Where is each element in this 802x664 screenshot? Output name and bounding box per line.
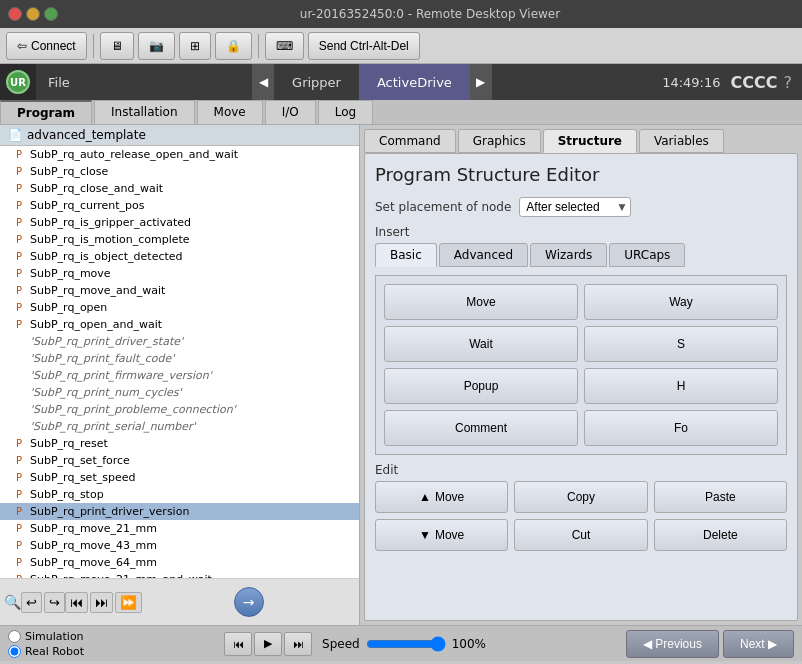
- list-item[interactable]: PSubP_rq_close_and_wait: [0, 180, 359, 197]
- bottom-bar: Simulation Real Robot ⏮ ▶ ⏭ Speed 100% ◀…: [0, 625, 802, 661]
- search-icon[interactable]: 🔍: [4, 594, 21, 610]
- list-item[interactable]: PSubP_rq_open: [0, 299, 359, 316]
- insert-tab-urcaps[interactable]: URCaps: [609, 243, 685, 267]
- help-icon[interactable]: ?: [784, 73, 803, 92]
- list-item[interactable]: PSubP_rq_move_43_mm: [0, 537, 359, 554]
- transport-fwd-btn[interactable]: ⏭: [284, 632, 312, 656]
- tab-graphics[interactable]: Graphics: [458, 129, 541, 153]
- insert-h-btn[interactable]: H: [584, 368, 778, 404]
- insert-way-btn[interactable]: Way: [584, 284, 778, 320]
- insert-tab-basic[interactable]: Basic: [375, 243, 437, 267]
- list-nav-arrow[interactable]: →: [234, 587, 264, 617]
- tab-program[interactable]: Program: [0, 100, 92, 124]
- step-back-btn[interactable]: ⏮: [65, 592, 88, 613]
- speed-label: Speed: [322, 637, 360, 651]
- list-item[interactable]: PSubP_rq_set_force: [0, 452, 359, 469]
- list-item[interactable]: 'SubP_rq_print_firmware_version': [0, 367, 359, 384]
- list-item[interactable]: PSubP_rq_is_object_detected: [0, 248, 359, 265]
- list-item[interactable]: 'SubP_rq_print_fault_code': [0, 350, 359, 367]
- list-item[interactable]: PSubP_rq_reset: [0, 435, 359, 452]
- toolbar-icon-btn-2[interactable]: 📷: [138, 32, 175, 60]
- main-tabs: Program Installation Move I/O Log: [0, 100, 802, 125]
- tab-log[interactable]: Log: [318, 100, 373, 124]
- list-item[interactable]: PSubP_rq_stop: [0, 486, 359, 503]
- list-item[interactable]: PSubP_rq_print_driver_version: [0, 503, 359, 520]
- insert-move-btn[interactable]: Move: [384, 284, 578, 320]
- transport-controls: ⏮ ▶ ⏭: [224, 632, 312, 656]
- node-icon: P: [16, 251, 26, 262]
- list-item[interactable]: PSubP_rq_is_motion_complete: [0, 231, 359, 248]
- fast-fwd-btn[interactable]: ⏩: [115, 592, 142, 613]
- nav-bar: UR File ◀ Gripper ActiveDrive ▶ 14:49:16…: [0, 64, 802, 100]
- list-item[interactable]: PSubP_rq_move_64_mm: [0, 554, 359, 571]
- nav-prev-button[interactable]: ◀: [252, 64, 274, 100]
- toolbar-icon-btn-5[interactable]: ⌨: [265, 32, 304, 60]
- insert-tab-advanced[interactable]: Advanced: [439, 243, 528, 267]
- list-item[interactable]: PSubP_rq_move_21_mm_and_wait: [0, 571, 359, 578]
- tab-io[interactable]: I/O: [265, 100, 316, 124]
- placement-row: Set placement of node Before selected Af…: [375, 197, 787, 217]
- simulation-radio[interactable]: Simulation: [8, 630, 84, 643]
- toolbar-icon-btn-4[interactable]: 🔒: [215, 32, 252, 60]
- speed-value: 100%: [452, 637, 486, 651]
- tab-variables[interactable]: Variables: [639, 129, 724, 153]
- maximize-btn[interactable]: [44, 7, 58, 21]
- list-item[interactable]: 'SubP_rq_print_probleme_connection': [0, 401, 359, 418]
- list-item[interactable]: PSubP_rq_auto_release_open_and_wait: [0, 146, 359, 163]
- list-item[interactable]: PSubP_rq_move_and_wait: [0, 282, 359, 299]
- minimize-btn[interactable]: [26, 7, 40, 21]
- list-item[interactable]: PSubP_rq_move: [0, 265, 359, 282]
- gripper-tab[interactable]: Gripper: [274, 64, 359, 100]
- cut-button[interactable]: Cut: [514, 519, 647, 551]
- transport-back-btn[interactable]: ⏮: [224, 632, 252, 656]
- arrow-up-icon: ▲: [419, 490, 431, 504]
- tab-installation[interactable]: Installation: [94, 100, 194, 124]
- tab-structure[interactable]: Structure: [543, 129, 637, 153]
- active-drive-tab[interactable]: ActiveDrive: [359, 64, 470, 100]
- toolbar-icon-btn-3[interactable]: ⊞: [179, 32, 211, 60]
- insert-fo-btn[interactable]: Fo: [584, 410, 778, 446]
- insert-label: Insert: [375, 225, 787, 239]
- list-item[interactable]: PSubP_rq_move_21_mm: [0, 520, 359, 537]
- toolbar-icon-btn-1[interactable]: 🖥: [100, 32, 134, 60]
- paste-button[interactable]: Paste: [654, 481, 787, 513]
- insert-wait-btn[interactable]: Wait: [384, 326, 578, 362]
- next-button[interactable]: Next ▶: [723, 630, 794, 658]
- move-down-button[interactable]: ▼ Move: [375, 519, 508, 551]
- tab-move[interactable]: Move: [197, 100, 263, 124]
- copy-button[interactable]: Copy: [514, 481, 647, 513]
- list-item[interactable]: PSubP_rq_close: [0, 163, 359, 180]
- list-item[interactable]: 'SubP_rq_print_serial_number': [0, 418, 359, 435]
- placement-select[interactable]: Before selected After selected As child: [519, 197, 631, 217]
- toolbar-separator-2: [258, 34, 259, 58]
- list-item[interactable]: PSubP_rq_open_and_wait: [0, 316, 359, 333]
- program-list[interactable]: PSubP_rq_auto_release_open_and_waitPSubP…: [0, 146, 359, 578]
- send-ctrl-alt-del-button[interactable]: Send Ctrl-Alt-Del: [308, 32, 420, 60]
- real-robot-radio[interactable]: Real Robot: [8, 645, 84, 658]
- insert-popup-btn[interactable]: Popup: [384, 368, 578, 404]
- list-item[interactable]: 'SubP_rq_print_driver_state': [0, 333, 359, 350]
- transport-play-btn[interactable]: ▶: [254, 632, 282, 656]
- insert-tab-wizards[interactable]: Wizards: [530, 243, 607, 267]
- node-icon: P: [16, 489, 26, 500]
- connect-button[interactable]: ⇦ Connect: [6, 32, 87, 60]
- delete-button[interactable]: Delete: [654, 519, 787, 551]
- tab-command[interactable]: Command: [364, 129, 456, 153]
- list-item[interactable]: 'SubP_rq_print_num_cycles': [0, 384, 359, 401]
- file-menu[interactable]: File: [36, 64, 82, 100]
- list-item[interactable]: PSubP_rq_is_gripper_activated: [0, 214, 359, 231]
- move-up-button[interactable]: ▲ Move: [375, 481, 508, 513]
- node-icon: P: [16, 438, 26, 449]
- speed-slider[interactable]: [366, 636, 446, 652]
- step-fwd-btn[interactable]: ⏭: [90, 592, 113, 613]
- undo-btn[interactable]: ↩: [21, 592, 42, 613]
- nav-next-button[interactable]: ▶: [470, 64, 492, 100]
- redo-btn[interactable]: ↪: [44, 592, 65, 613]
- close-btn[interactable]: [8, 7, 22, 21]
- list-item[interactable]: PSubP_rq_current_pos: [0, 197, 359, 214]
- previous-button[interactable]: ◀ Previous: [626, 630, 719, 658]
- insert-s-btn[interactable]: S: [584, 326, 778, 362]
- insert-grid: Move Way Wait S Popup H Comment Fo: [375, 275, 787, 455]
- insert-comment-btn[interactable]: Comment: [384, 410, 578, 446]
- list-item[interactable]: PSubP_rq_set_speed: [0, 469, 359, 486]
